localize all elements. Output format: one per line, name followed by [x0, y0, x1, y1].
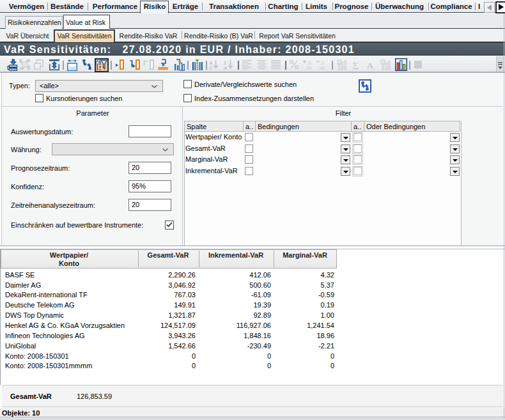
svg-text:Z: Z [209, 65, 212, 70]
svg-text:Σ: Σ [353, 60, 359, 70]
svg-text:A: A [224, 65, 228, 70]
svg-text:A: A [367, 61, 373, 70]
svg-text:.00: .00 [318, 65, 325, 70]
svg-text:.00: .00 [305, 65, 311, 70]
